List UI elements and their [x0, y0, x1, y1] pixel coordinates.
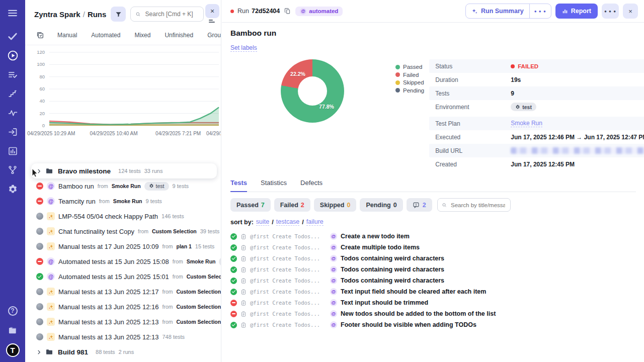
passed-status-icon	[36, 273, 43, 280]
run-list-item[interactable]: Manual tests at 13 Jun 2025 12:17fromCus…	[25, 284, 221, 299]
sort-separator: /	[272, 219, 273, 226]
run-list-item[interactable]: Manual tests at 13 Jun 2025 12:13748 tes…	[25, 329, 221, 344]
test-row[interactable]: @first Create Todos...@New todos should …	[230, 308, 636, 319]
runs-tab-groups[interactable]: Groups	[207, 32, 221, 39]
folder-row[interactable]: Build 98188 tests2 runs	[25, 344, 221, 359]
test-row[interactable]: @first Create Todos...@Todos containing …	[230, 253, 636, 264]
folder-row[interactable]: Bravo milestone124 tests33 runs	[31, 163, 217, 178]
menu-icon[interactable]	[6, 7, 19, 20]
help-icon[interactable]: ?	[6, 304, 19, 317]
run-list-item[interactable]: Manual tests at 17 Jun 2025 10:09frompla…	[25, 239, 221, 254]
test-row[interactable]: @first Create Todos...@Todos containing …	[230, 264, 636, 275]
runs-tab-mixed[interactable]: Mixed	[134, 32, 150, 39]
results-donut-chart: 22.2% 77.8%	[281, 59, 344, 123]
test-row[interactable]: @first Create Todos...@Text input should…	[230, 297, 636, 308]
failed-status-icon	[36, 258, 43, 265]
run-list-item[interactable]: @Bamboo runfromSmoke Runtest9 tests	[25, 178, 221, 194]
test-row[interactable]: @first Create Todos...@Create multiple t…	[230, 242, 636, 253]
chip-count: 0	[393, 202, 397, 209]
milestones-steps-icon[interactable]	[6, 87, 19, 100]
runs-filter-tabs: ManualAutomatedMixedUnfinishedGroups	[25, 26, 221, 45]
sort-link-suite[interactable]: suite	[256, 218, 269, 226]
detail-label: Duration	[435, 76, 511, 83]
runs-tab-unfinished[interactable]: Unfinished	[165, 32, 193, 39]
tests-search[interactable]	[437, 198, 511, 212]
run-list-item[interactable]: Manual tests at 13 Jun 2025 12:13fromCus…	[25, 314, 221, 329]
project-name[interactable]: Zyntra Spark	[34, 10, 80, 19]
runs-list: Bravo milestone124 tests33 runs@Bamboo r…	[25, 163, 221, 359]
sort-link-failure[interactable]: failure	[306, 218, 324, 226]
from-label: from	[162, 304, 173, 310]
donut-label-passed: 77.8%	[319, 104, 334, 110]
filter-button[interactable]	[111, 7, 126, 22]
filter-chip-skipped[interactable]: Skipped0	[314, 198, 357, 212]
tab-tests[interactable]: Tests	[230, 179, 247, 192]
detail-row: Tests9	[429, 86, 644, 100]
finished-status-icon	[36, 213, 43, 220]
run-name: Automated tests at 15 Jun 2025 15:08	[58, 258, 169, 265]
run-list-item[interactable]: @Teamcity runfromSmoke Run9 tests	[25, 194, 221, 209]
run-list-item[interactable]: Manual tests at 13 Jun 2025 12:16fromCus…	[25, 299, 221, 314]
search-icon	[135, 11, 141, 18]
chevron-right-icon[interactable]	[36, 168, 42, 174]
svg-text:04/29/2025: 04/29/2025	[206, 131, 221, 136]
sort-link-testcase[interactable]: testcase	[276, 218, 300, 226]
detail-value	[511, 147, 644, 154]
chip-label: Pending	[366, 202, 390, 209]
import-icon[interactable]	[6, 125, 19, 138]
tab-statistics[interactable]: Statistics	[261, 179, 287, 192]
tab-defects[interactable]: Defects	[300, 179, 323, 192]
runs-search[interactable]	[130, 7, 204, 22]
runs-play-icon[interactable]	[6, 49, 19, 62]
projects-folders-icon[interactable]	[6, 324, 19, 337]
run-list-item[interactable]: @Automated tests at 15 Jun 2025 15:01fro…	[25, 269, 221, 284]
from-label: from	[162, 289, 173, 295]
automated-run-icon: @	[47, 197, 55, 205]
run-list-item[interactable]: @Automated tests at 15 Jun 2025 15:08fro…	[25, 254, 221, 269]
reports-chart-icon[interactable]	[6, 144, 19, 157]
copy-icon[interactable]	[284, 8, 291, 15]
tests-check-icon[interactable]	[6, 30, 19, 43]
test-row[interactable]: @first Create Todos...@Create a new todo…	[230, 231, 636, 242]
test-row[interactable]: @first Create Todos...@Todos containing …	[230, 275, 636, 286]
comments-chip[interactable]: 2	[407, 198, 432, 212]
run-list-item[interactable]: LMP-554 05/04 check Happy Path146 tests	[25, 209, 221, 224]
report-button[interactable]: Report	[555, 4, 598, 19]
filter-chip-pending[interactable]: Pending0	[360, 198, 403, 212]
filter-chip-passed[interactable]: Passed7	[230, 198, 271, 212]
folder-name: Bravo milestone	[58, 167, 111, 175]
chevron-right-icon[interactable]	[36, 349, 42, 355]
suites-list-check-icon[interactable]	[6, 68, 19, 81]
plan-name: Smoke Run	[113, 198, 142, 204]
runs-tab-automated[interactable]: Automated	[91, 32, 120, 39]
partial-button[interactable]	[209, 20, 215, 23]
test-plan-link[interactable]: Smoke Run	[511, 120, 542, 127]
filter-chip-failed[interactable]: Failed2	[274, 198, 310, 212]
close-panel-button[interactable]: ×	[205, 4, 219, 18]
select-all-icon[interactable]	[36, 31, 44, 39]
tests-list: @first Create Todos...@Create a new todo…	[230, 231, 636, 330]
finished-status-icon	[36, 228, 43, 235]
test-row[interactable]: @first Create Todos...@Text input field …	[230, 286, 636, 297]
run-summary-button[interactable]: Run Summary ● ● ●	[465, 4, 551, 19]
tests-search-input[interactable]	[450, 202, 506, 209]
analytics-pulse-icon[interactable]	[6, 106, 19, 119]
app-logo[interactable]: T	[6, 343, 20, 357]
set-labels-link[interactable]: Set labels	[230, 44, 257, 52]
close-run-button[interactable]: ×	[623, 4, 638, 19]
status-text: FAILED	[518, 63, 538, 69]
more-actions-button[interactable]: ● ● ●	[602, 4, 619, 19]
automated-test-icon: @	[330, 310, 337, 317]
runs-search-input[interactable]	[144, 10, 199, 18]
settings-gear-icon[interactable]	[6, 183, 19, 196]
test-row[interactable]: @first Create Todos...@Footer should be …	[230, 319, 636, 330]
runs-tab-manual[interactable]: Manual	[57, 32, 77, 39]
run-summary-more-button[interactable]: ● ● ●	[529, 4, 551, 18]
automated-badge[interactable]: @ automated	[295, 7, 343, 16]
plan-name: Smoke Run	[187, 258, 216, 264]
branches-icon[interactable]	[6, 163, 19, 176]
detail-text: 9	[511, 90, 514, 97]
passed-status-icon	[230, 266, 237, 273]
runs-panel-header: Zyntra Spark/Runs ×	[25, 0, 221, 26]
run-list-item[interactable]: Chat functinality test CopyfromCustom Se…	[25, 224, 221, 239]
